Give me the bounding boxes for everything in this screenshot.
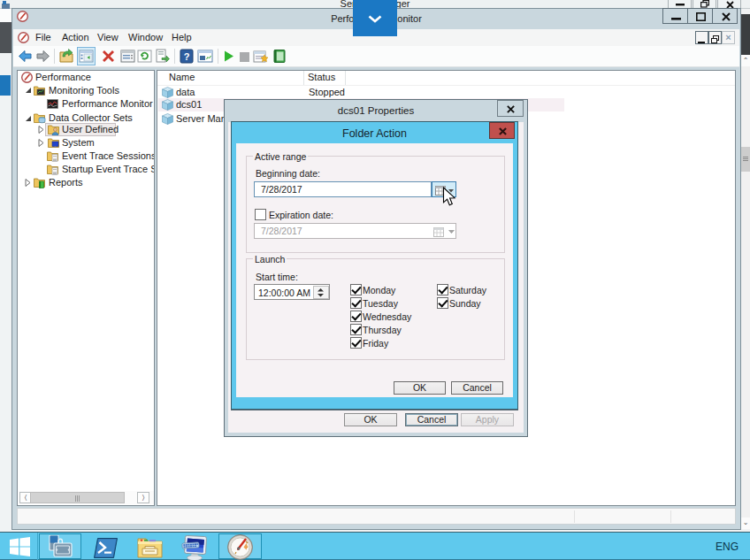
svg-text:?: ? xyxy=(184,51,190,62)
